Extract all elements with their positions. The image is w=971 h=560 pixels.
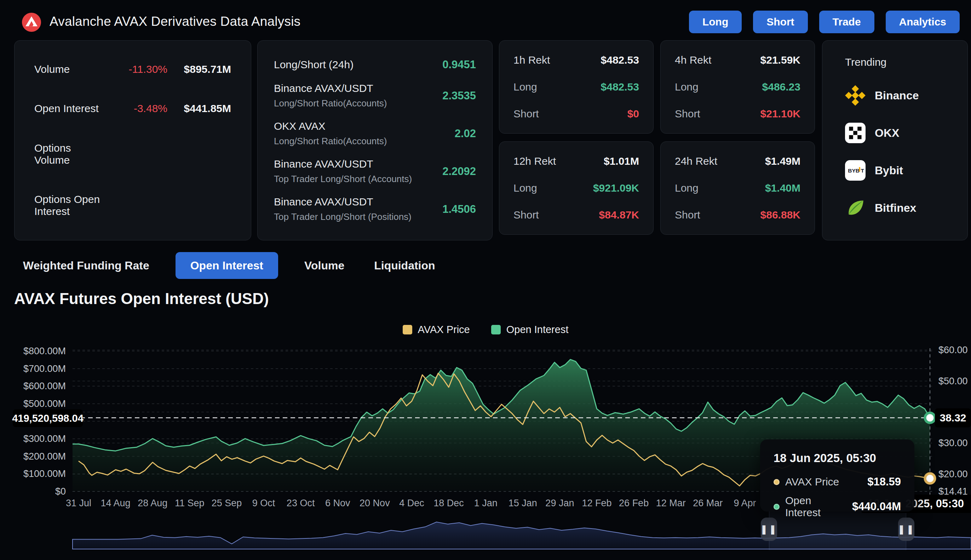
- right-axis-tick: $20.00: [938, 469, 968, 480]
- right-axis-tick: $60.00: [938, 345, 968, 356]
- x-axis-tick: 15 Jan: [508, 498, 537, 509]
- tooltip-series-value: $18.59: [867, 475, 901, 488]
- x-axis-tick: 1 Jan: [474, 498, 498, 509]
- tooltip-rows: AVAX Price$18.59Open Interest$440.04M: [774, 475, 901, 518]
- left-axis-tick: $0: [13, 486, 66, 497]
- oi-crosshair-dot: [925, 413, 935, 423]
- right-axis-tick: $30.00: [938, 438, 968, 448]
- left-axis-tick: $700.00M: [13, 363, 66, 374]
- left-axis-tick: $300.00M: [13, 433, 66, 444]
- x-axis-tick: 11 Sep: [175, 498, 204, 509]
- left-axis-tick: $600.00M: [13, 381, 66, 392]
- x-axis-tick: 6 Nov: [325, 498, 350, 509]
- left-axis-tick: $800.00M: [13, 346, 66, 357]
- tooltip-series-label: Open Interest: [785, 495, 846, 518]
- tooltip-series-dot: [774, 479, 780, 485]
- tooltip-series-label: AVAX Price: [785, 476, 862, 488]
- current-price-axis-badge: 38.32: [935, 408, 971, 427]
- x-axis-tick: 4 Dec: [399, 498, 424, 509]
- x-axis-tick: 9 Apr: [734, 498, 756, 509]
- price-crosshair-dot: [925, 473, 935, 483]
- dashboard-page: Avalanche AVAX Derivatives Data Analysis…: [0, 0, 971, 560]
- tooltip-series-dot: [774, 504, 780, 510]
- x-axis-tick: 12 Mar: [656, 498, 686, 509]
- navigator-left-handle[interactable]: ❚❚: [761, 518, 777, 541]
- tooltip-row: AVAX Price$18.59: [774, 475, 901, 488]
- tooltip-row: Open Interest$440.04M: [774, 495, 901, 518]
- x-axis-tick: 23 Oct: [287, 498, 315, 509]
- x-axis-tick: 28 Aug: [138, 498, 167, 509]
- x-axis-tick: 12 Feb: [582, 498, 612, 509]
- x-axis-tick: 31 Jul: [66, 498, 91, 509]
- x-axis-tick: 18 Dec: [433, 498, 464, 509]
- right-axis-tick: $50.00: [938, 375, 968, 387]
- x-axis-tick: 25 Sep: [212, 498, 242, 509]
- navigator-right-handle[interactable]: ❚❚: [898, 518, 914, 541]
- current-oi-badge: 419,520,598.04: [13, 409, 83, 427]
- x-axis-tick: 29 Jan: [545, 498, 574, 509]
- x-axis-tick: 9 Oct: [252, 498, 275, 509]
- tooltip-date: 18 Jun 2025, 05:30: [774, 452, 901, 465]
- left-axis-tick: $100.00M: [13, 468, 66, 479]
- tooltip-series-value: $440.04M: [852, 500, 901, 513]
- left-axis-tick: $500.00M: [13, 398, 66, 409]
- x-axis-tick: 20 Nov: [359, 498, 390, 509]
- x-axis-tick: 14 Aug: [101, 498, 130, 509]
- left-axis-tick: $200.00M: [13, 451, 66, 462]
- x-axis-tick: 26 Mar: [693, 498, 723, 509]
- chart-tooltip: 18 Jun 2025, 05:30 AVAX Price$18.59Open …: [760, 440, 914, 512]
- x-axis-tick: 26 Feb: [619, 498, 648, 509]
